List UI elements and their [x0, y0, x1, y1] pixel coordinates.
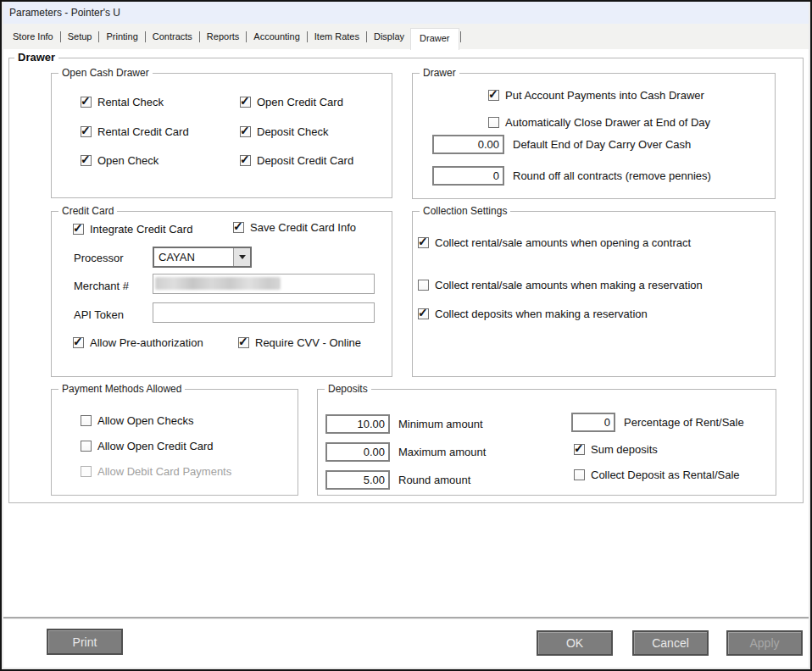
checkbox-require-cvv-online[interactable]: Require CVV - Online	[238, 336, 361, 349]
merchant-number-field-wrap	[153, 274, 375, 294]
checkbox-label: Deposit Check	[257, 125, 329, 138]
checkbox-icon	[488, 90, 499, 101]
maximum-amount-input[interactable]	[325, 442, 390, 462]
round-amount-row: Round amount	[325, 470, 470, 490]
round-amount-label: Round amount	[398, 474, 470, 486]
checkbox-icon	[418, 308, 429, 319]
parameters-window: Parameters - Pointer's U Store Info Setu…	[0, 0, 812, 671]
checkbox-label: Put Account Payments into Cash Drawer	[505, 89, 704, 102]
checkbox-label: Integrate Credit Card	[90, 223, 192, 236]
checkbox-icon	[73, 337, 84, 348]
checkbox-deposit-credit-card[interactable]: Deposit Credit Card	[240, 154, 353, 167]
checkbox-rental-credit-card[interactable]: Rental Credit Card	[81, 125, 189, 138]
checkbox-label: Save Credit Card Info	[250, 221, 356, 234]
window-title: Parameters - Pointer's U	[9, 7, 120, 19]
tab-divider	[307, 31, 308, 42]
api-token-input[interactable]	[153, 302, 375, 323]
checkbox-allow-debit-card-payments: Allow Debit Card Payments	[81, 465, 231, 478]
tab-divider	[366, 31, 367, 42]
checkbox-open-credit-card[interactable]: Open Credit Card	[240, 96, 343, 108]
tab-divider	[460, 31, 461, 42]
checkbox-allow-pre-authorization[interactable]: Allow Pre-authorization	[73, 336, 203, 349]
checkbox-icon	[238, 337, 249, 348]
apply-button[interactable]: Apply	[726, 630, 803, 656]
checkbox-label: Require CVV - Online	[255, 336, 361, 349]
tab-item-rates[interactable]: Item Rates	[309, 28, 365, 45]
round-off-contracts-label: Round off all contracts (remove pennies)	[513, 169, 711, 182]
checkbox-sum-deposits[interactable]: Sum deposits	[574, 443, 658, 456]
collection-settings-title: Collection Settings	[420, 205, 510, 217]
percentage-of-rent-input[interactable]	[571, 413, 615, 432]
checkbox-label: Deposit Credit Card	[257, 154, 353, 167]
checkbox-icon	[240, 126, 251, 137]
checkbox-collect-on-contract-open[interactable]: Collect rental/sale amounts when opening…	[418, 236, 691, 249]
processor-dropdown[interactable]: CAYAN	[153, 247, 252, 268]
drawer-page-group-title: Drawer	[14, 51, 58, 64]
checkbox-label: Allow Debit Card Payments	[97, 465, 231, 478]
tab-divider	[246, 31, 247, 42]
window-titlebar: Parameters - Pointer's U	[2, 2, 810, 24]
tab-display[interactable]: Display	[368, 28, 410, 45]
minimum-amount-input[interactable]	[325, 414, 390, 434]
drawer-settings-title: Drawer	[420, 67, 459, 79]
tab-accounting[interactable]: Accounting	[247, 28, 305, 45]
carry-over-cash-row: Default End of Day Carry Over Cash	[432, 135, 691, 154]
checkbox-allow-open-checks[interactable]: Allow Open Checks	[81, 414, 193, 427]
open-cash-drawer-title: Open Cash Drawer	[58, 67, 153, 79]
checkbox-open-check[interactable]: Open Check	[81, 154, 159, 167]
ok-button[interactable]: OK	[537, 630, 613, 656]
checkbox-icon	[81, 97, 92, 108]
minimum-amount-row: Minimum amount	[325, 414, 483, 434]
checkbox-collect-deposits-reservation[interactable]: Collect deposits when making a reservati…	[418, 308, 648, 320]
tab-setup[interactable]: Setup	[62, 28, 98, 45]
maximum-amount-label: Maximum amount	[398, 446, 486, 458]
collection-settings-group: Collection Settings Collect rental/sale …	[412, 211, 776, 377]
checkbox-icon	[240, 155, 251, 166]
payment-methods-group: Payment Methods Allowed Allow Open Check…	[51, 389, 298, 496]
checkbox-collect-on-reservation[interactable]: Collect rental/sale amounts when making …	[418, 279, 703, 291]
credit-card-title: Credit Card	[58, 205, 117, 217]
print-button[interactable]: Print	[47, 629, 123, 655]
checkbox-label: Collect Deposit as Rental/Sale	[591, 469, 740, 481]
payment-methods-title: Payment Methods Allowed	[58, 383, 185, 395]
checkbox-label: Allow Open Checks	[97, 414, 193, 427]
api-token-label: API Token	[74, 308, 124, 321]
tab-printing[interactable]: Printing	[100, 28, 143, 45]
checkbox-icon	[574, 469, 585, 480]
checkbox-icon	[233, 222, 244, 233]
tab-drawer-active[interactable]: Drawer	[410, 28, 459, 50]
checkbox-label: Open Credit Card	[257, 96, 343, 108]
percentage-of-rent-row: Percentage of Rent/Sale	[571, 413, 744, 432]
checkbox-put-account-payments[interactable]: Put Account Payments into Cash Drawer	[488, 89, 704, 102]
round-amount-input[interactable]	[325, 470, 390, 490]
checkbox-icon	[81, 155, 92, 166]
checkbox-label: Rental Check	[97, 96, 164, 108]
tab-reports[interactable]: Reports	[201, 28, 246, 45]
checkbox-icon	[240, 97, 251, 108]
checkbox-integrate-credit-card[interactable]: Integrate Credit Card	[73, 223, 192, 236]
tab-store-info[interactable]: Store Info	[7, 28, 59, 45]
checkbox-save-credit-card-info[interactable]: Save Credit Card Info	[233, 221, 356, 234]
checkbox-collect-deposit-as-rental[interactable]: Collect Deposit as Rental/Sale	[574, 469, 740, 481]
processor-dropdown-button[interactable]	[233, 248, 250, 266]
deposits-group: Deposits Minimum amount Maximum amount R…	[317, 389, 776, 496]
checkbox-icon	[418, 280, 429, 291]
round-off-contracts-input[interactable]	[432, 166, 504, 186]
credit-card-group: Credit Card Integrate Credit Card Save C…	[51, 211, 392, 377]
percentage-of-rent-label: Percentage of Rent/Sale	[624, 416, 744, 429]
checkbox-deposit-check[interactable]: Deposit Check	[240, 125, 329, 138]
tab-contracts[interactable]: Contracts	[147, 28, 198, 45]
chevron-down-icon	[239, 255, 246, 259]
cancel-button[interactable]: Cancel	[632, 630, 709, 656]
carry-over-cash-input[interactable]	[432, 135, 504, 154]
checkbox-auto-close-drawer[interactable]: Automatically Close Drawer at End of Day	[488, 116, 710, 129]
merchant-number-input[interactable]	[153, 274, 375, 294]
checkbox-icon	[81, 466, 92, 477]
checkbox-label: Sum deposits	[591, 443, 658, 456]
checkbox-icon	[81, 441, 92, 452]
tab-divider	[145, 31, 146, 42]
tab-divider	[60, 31, 61, 42]
checkbox-label: Allow Pre-authorization	[90, 336, 203, 349]
checkbox-allow-open-credit-card[interactable]: Allow Open Credit Card	[81, 440, 214, 452]
checkbox-rental-check[interactable]: Rental Check	[81, 96, 164, 108]
